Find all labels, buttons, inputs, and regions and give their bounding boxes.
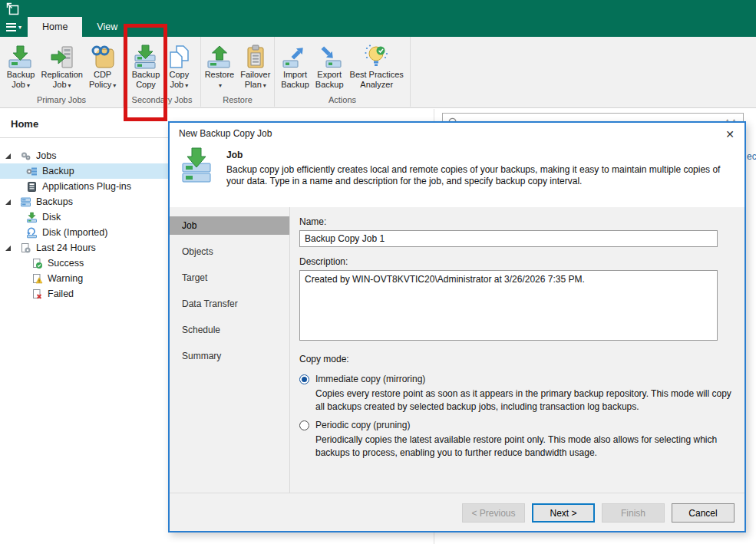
- best-practices-analyzer-button[interactable]: Best Practices Analyzer: [348, 42, 406, 91]
- partial-background-link[interactable]: ect: [747, 151, 756, 162]
- backup-job-button[interactable]: Backup Job▾: [5, 42, 38, 92]
- ribbon-group-primary-jobs: Backup Job▾ Replication Job▾: [0, 37, 124, 107]
- wizard-step-summary[interactable]: Summary: [170, 347, 289, 365]
- wizard-step-target[interactable]: Target: [170, 269, 289, 287]
- dialog-titlebar[interactable]: New Backup Copy Job: [170, 123, 744, 144]
- applications-plugins-icon: [26, 181, 38, 193]
- group-label-restore: Restore: [201, 95, 274, 107]
- dialog-body: Job Objects Target Data Transfer Schedul…: [170, 207, 744, 493]
- finish-button[interactable]: Finish: [602, 503, 665, 523]
- immediate-copy-description: Copies every restore point as soon as it…: [315, 387, 734, 414]
- next-button[interactable]: Next >: [532, 503, 595, 523]
- ribbon-group-restore: Restore ▾ Failover Plan▾ Restore: [201, 37, 275, 107]
- ribbon: Backup Job▾ Replication Job▾: [0, 37, 756, 108]
- hamburger-icon: [6, 23, 16, 31]
- import-backup-button[interactable]: Import Backup: [279, 42, 312, 91]
- dialog-title: New Backup Copy Job: [179, 128, 272, 139]
- previous-button[interactable]: < Previous: [462, 503, 525, 523]
- replication-job-button[interactable]: Replication Job▾: [38, 42, 84, 92]
- wizard-step-objects[interactable]: Objects: [170, 242, 289, 261]
- copy-mode-label: Copy mode:: [299, 354, 734, 364]
- failover-plan-icon: [243, 44, 269, 70]
- ribbon-group-actions: Import Backup Export Backup: [275, 37, 411, 107]
- chevron-down-icon: ▾: [219, 82, 222, 89]
- restore-button[interactable]: Restore ▾: [203, 42, 237, 92]
- group-label-primary-jobs: Primary Jobs: [0, 95, 123, 107]
- step-heading: Job: [226, 150, 732, 160]
- chevron-down-icon: ▾: [263, 82, 266, 89]
- chevron-down-icon: ▾: [68, 82, 71, 89]
- import-backup-icon: [282, 44, 308, 70]
- close-icon[interactable]: ✕: [721, 127, 738, 142]
- chevron-down-icon: ▾: [185, 82, 188, 89]
- ribbon-tabs: ▾ Home View: [0, 17, 132, 37]
- warning-icon: [31, 273, 43, 285]
- job-name-input[interactable]: [299, 230, 718, 247]
- new-backup-copy-job-dialog: New Backup Copy Job ✕ Job Backup copy jo…: [168, 121, 746, 532]
- radio-button-unchecked[interactable]: [299, 420, 309, 430]
- immediate-copy-label: Immediate copy (mirroring): [315, 374, 425, 384]
- expander-icon[interactable]: [5, 199, 20, 205]
- failed-icon: [31, 288, 43, 300]
- immediate-copy-option[interactable]: Immediate copy (mirroring): [299, 374, 734, 384]
- cancel-button[interactable]: Cancel: [672, 503, 735, 523]
- copy-job-button[interactable]: Copy Job▾: [163, 42, 194, 92]
- expander-icon[interactable]: [5, 246, 20, 251]
- periodic-copy-label: Periodic copy (pruning): [315, 420, 410, 430]
- disk-icon: [26, 212, 38, 223]
- radio-button-checked[interactable]: [299, 374, 309, 384]
- chevron-down-icon: ▾: [27, 82, 30, 89]
- backup-jobs-icon: [26, 166, 38, 177]
- dialog-header: Job Backup copy job efficiently creates …: [170, 144, 744, 207]
- dialog-footer: < Previous Next > Finish Cancel: [170, 493, 744, 531]
- failover-plan-button[interactable]: Failover Plan▾: [238, 42, 272, 92]
- backup-job-icon: [8, 44, 34, 70]
- replication-job-icon: [49, 44, 75, 70]
- chevron-down-icon: ▾: [18, 24, 21, 31]
- periodic-copy-description: Periodically copies the latest available…: [315, 434, 734, 460]
- wizard-content: Name: Description: Created by WIN-OVT8KV…: [290, 207, 744, 493]
- cdp-policy-icon: [90, 44, 116, 70]
- last-24-hours-icon: [20, 242, 31, 254]
- backup-copy-job-icon: [180, 147, 214, 184]
- step-description: Backup copy job efficiently creates loca…: [226, 164, 732, 187]
- expander-icon[interactable]: [5, 153, 20, 159]
- wizard-step-schedule[interactable]: Schedule: [170, 321, 289, 339]
- wizard-step-job[interactable]: Job: [170, 216, 289, 235]
- chevron-down-icon: ▾: [113, 82, 116, 89]
- name-label: Name:: [299, 216, 734, 227]
- annotation-highlight-box: [124, 24, 167, 121]
- job-description-textarea[interactable]: Created by WIN-OVT8KVTIC20\Administrator…: [299, 270, 718, 341]
- dialog-header-text: Job Backup copy job efficiently creates …: [226, 147, 732, 207]
- success-icon: [31, 258, 43, 269]
- export-backup-icon: [316, 44, 342, 70]
- group-label-actions: Actions: [275, 95, 410, 107]
- jobs-icon: [20, 150, 31, 162]
- copy-job-icon: [166, 44, 192, 70]
- best-practices-analyzer-icon: [364, 44, 390, 70]
- tab-home[interactable]: Home: [28, 17, 82, 37]
- periodic-copy-option[interactable]: Periodic copy (pruning): [299, 420, 734, 430]
- export-backup-button[interactable]: Export Backup: [313, 42, 346, 91]
- wizard-step-data-transfer[interactable]: Data Transfer: [170, 295, 289, 313]
- restore-icon: [206, 44, 233, 70]
- app-logo-icon: [5, 2, 21, 17]
- cdp-policy-button[interactable]: CDP Policy▾: [87, 42, 118, 92]
- titlebar: ▾ Home View: [0, 0, 756, 37]
- description-label: Description:: [299, 256, 734, 267]
- main-menu-button[interactable]: ▾: [0, 17, 28, 37]
- backups-icon: [20, 196, 31, 208]
- wizard-steps: Job Objects Target Data Transfer Schedul…: [170, 207, 290, 493]
- disk-imported-icon: [26, 227, 38, 239]
